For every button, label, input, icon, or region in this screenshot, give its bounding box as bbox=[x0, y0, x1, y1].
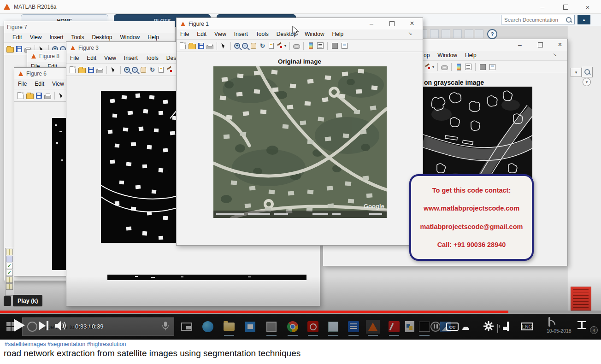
save-icon[interactable] bbox=[16, 46, 22, 52]
play-button[interactable] bbox=[13, 318, 26, 333]
hide-plot-tools-icon[interactable] bbox=[480, 64, 486, 70]
menu-insert[interactable]: Insert bbox=[49, 34, 63, 41]
insert-legend-icon[interactable] bbox=[465, 64, 471, 70]
menu-edit[interactable]: Edit bbox=[35, 81, 44, 87]
zoom-out-icon[interactable]: - bbox=[132, 67, 138, 73]
close-button[interactable]: × bbox=[553, 40, 567, 49]
print-icon[interactable] bbox=[206, 45, 213, 49]
microphone-icon[interactable] bbox=[162, 321, 169, 331]
ribbon-paste-icon[interactable] bbox=[442, 29, 450, 38]
menu-tools[interactable]: Tools bbox=[256, 31, 269, 37]
dock-arrow-icon[interactable]: ↘ bbox=[553, 52, 557, 57]
figure1-window[interactable]: Figure 1 – × File Edit View Insert Tools… bbox=[176, 18, 423, 246]
cube-icon[interactable] bbox=[6, 256, 13, 262]
brush-dropdown-caret[interactable]: ▾ bbox=[284, 44, 286, 48]
pan-hand-icon[interactable] bbox=[251, 43, 256, 49]
pan-hand-icon[interactable] bbox=[141, 67, 146, 73]
arrow-cursor-icon[interactable] bbox=[58, 92, 65, 99]
zoom-in-icon[interactable]: + bbox=[124, 67, 130, 73]
arrow-cursor-icon[interactable] bbox=[220, 42, 227, 49]
figure7-titlebar[interactable]: Figure 7 bbox=[4, 21, 175, 33]
minimize-button[interactable]: – bbox=[513, 40, 527, 49]
battery-icon[interactable] bbox=[497, 324, 498, 333]
rotate-3d-icon[interactable]: ↻ bbox=[149, 66, 156, 73]
menu-edit[interactable]: Edit bbox=[197, 31, 206, 37]
theater-mode-button[interactable] bbox=[521, 323, 533, 330]
menu-tools[interactable]: Tools bbox=[71, 34, 84, 41]
link-plot-icon[interactable] bbox=[293, 44, 300, 49]
paint-icon[interactable] bbox=[326, 320, 340, 334]
dock-arrow-icon[interactable]: ↘ bbox=[408, 31, 412, 36]
brush-dropdown-caret[interactable]: ▾ bbox=[432, 65, 434, 69]
ribbon-print-icon[interactable] bbox=[475, 29, 483, 38]
miniplayer-button[interactable] bbox=[507, 322, 509, 331]
menu-file[interactable]: File bbox=[180, 31, 189, 37]
matlab-titlebar[interactable]: MATLAB R2016a – × bbox=[0, 0, 601, 14]
search-documentation-input[interactable] bbox=[501, 15, 575, 24]
menu-edit[interactable]: Edit bbox=[87, 55, 96, 61]
settings-gear-icon[interactable] bbox=[483, 321, 494, 332]
grid-icon[interactable] bbox=[6, 283, 13, 290]
ribbon-collapse-button[interactable]: ▴ bbox=[577, 15, 590, 24]
progress-bar[interactable] bbox=[0, 311, 601, 313]
taskbar-date[interactable]: 10-05-2018 bbox=[547, 328, 572, 334]
insert-colorbar-icon[interactable] bbox=[457, 64, 461, 70]
maximize-button[interactable] bbox=[385, 19, 399, 28]
open-icon[interactable] bbox=[26, 94, 34, 99]
menu-desktop[interactable]: Desktop bbox=[92, 34, 112, 41]
new-figure-icon[interactable] bbox=[180, 42, 186, 49]
photos-icon[interactable] bbox=[265, 320, 278, 334]
task-view-icon[interactable] bbox=[180, 320, 194, 334]
menu-window[interactable]: Window bbox=[305, 31, 324, 37]
open-icon[interactable] bbox=[78, 68, 86, 73]
help-icon[interactable]: ? bbox=[487, 29, 497, 39]
menu-window[interactable]: Window bbox=[120, 34, 140, 41]
check-icon[interactable]: ✓ bbox=[6, 263, 13, 269]
check-icon[interactable]: ✓ bbox=[6, 270, 13, 276]
folder-dropdown[interactable]: ▾ bbox=[571, 68, 582, 77]
save-icon[interactable] bbox=[88, 67, 94, 73]
menu-insert[interactable]: Insert bbox=[124, 55, 138, 61]
menu-edit[interactable]: Edit bbox=[12, 34, 22, 41]
file-explorer-icon[interactable] bbox=[222, 320, 236, 334]
link-plot-icon[interactable] bbox=[441, 65, 448, 70]
menu-view[interactable]: View bbox=[214, 31, 226, 37]
brush-icon[interactable] bbox=[424, 64, 431, 70]
menu-tools[interactable]: Tools bbox=[146, 55, 159, 61]
edge-icon[interactable] bbox=[201, 320, 215, 334]
menu-view[interactable]: View bbox=[30, 34, 42, 41]
minimize-button[interactable]: – bbox=[535, 2, 550, 12]
brush-icon[interactable] bbox=[166, 66, 173, 73]
network-icon[interactable] bbox=[548, 317, 550, 327]
menu-help[interactable]: Help bbox=[465, 52, 477, 59]
menu-view[interactable]: View bbox=[104, 55, 116, 61]
python-file-icon[interactable] bbox=[403, 320, 417, 334]
video-hashtags[interactable]: #satelliteimages #segmentation #highreso… bbox=[5, 341, 126, 347]
notification-badge[interactable]: 4 bbox=[590, 326, 598, 334]
menu-desktop-clipped[interactable]: op bbox=[424, 52, 430, 59]
open-icon[interactable] bbox=[189, 44, 196, 49]
ribbon-copy-icon[interactable] bbox=[430, 29, 439, 38]
save-icon[interactable] bbox=[198, 43, 204, 49]
menu-file[interactable]: File bbox=[70, 55, 79, 61]
print-icon[interactable] bbox=[44, 95, 51, 99]
new-figure-icon[interactable] bbox=[18, 92, 24, 99]
hide-plot-tools-icon[interactable] bbox=[332, 43, 338, 49]
new-figure-icon[interactable] bbox=[70, 66, 76, 73]
grid-icon[interactable] bbox=[6, 249, 13, 255]
ribbon-redo-icon[interactable] bbox=[465, 29, 473, 38]
store-icon[interactable] bbox=[243, 320, 257, 334]
figure1-titlebar[interactable]: Figure 1 – × bbox=[177, 18, 423, 29]
grid-icon[interactable] bbox=[6, 276, 13, 283]
show-plot-tools-icon[interactable] bbox=[342, 43, 348, 49]
save-icon[interactable] bbox=[36, 93, 42, 99]
show-plot-tools-icon[interactable] bbox=[489, 64, 495, 70]
cc-button[interactable]: CC bbox=[446, 323, 459, 331]
rotate-3d-icon[interactable]: ↻ bbox=[259, 42, 266, 49]
next-button[interactable] bbox=[39, 321, 50, 330]
close-button[interactable]: × bbox=[580, 2, 595, 12]
search-icon[interactable] bbox=[566, 17, 572, 23]
panel-search-box[interactable] bbox=[582, 67, 593, 77]
menu-help[interactable]: Help bbox=[147, 34, 159, 41]
menu-file[interactable]: File bbox=[18, 81, 27, 87]
